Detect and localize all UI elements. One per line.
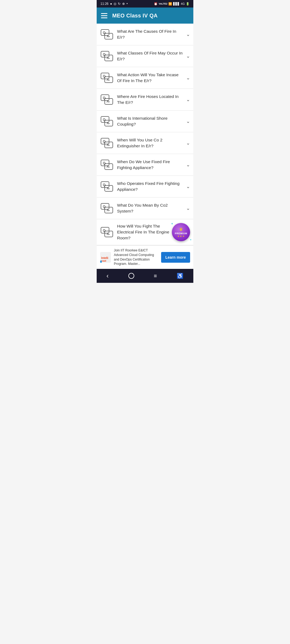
person-icon: ♿	[177, 273, 183, 279]
question-text-10: How Will You Fight The Electrical Fire I…	[117, 223, 170, 241]
question-list: Q ✦ A ✦ What Are The Causes Of Fire In E…	[97, 24, 193, 245]
4g-icon: 4G	[181, 2, 185, 5]
svg-text:✦: ✦	[108, 123, 110, 125]
svg-text:✦: ✦	[108, 57, 110, 59]
qa-icon-6: Q ✦ A ✦	[100, 136, 114, 150]
question-text-3: What Action Will You Take Incase Of Fire…	[117, 72, 184, 83]
premium-label: PREMIUM	[175, 232, 187, 235]
svg-text:✦: ✦	[108, 188, 110, 190]
signal-icon: ▋▋▋	[173, 2, 180, 6]
home-icon	[128, 273, 134, 279]
svg-text:✦: ✦	[108, 233, 110, 235]
question-item-1[interactable]: Q ✦ A ✦ What Are The Causes Of Fire In E…	[97, 24, 193, 45]
svg-text:Intelli: Intelli	[101, 257, 108, 259]
sparkle-icon-tl: ✦	[171, 222, 173, 226]
page-title: MEO Class IV QA	[112, 13, 158, 19]
back-icon: ‹	[107, 272, 109, 280]
ad-text: Join IIT Roorkee E&ICT Advanced Cloud Co…	[114, 248, 158, 266]
qa-icon-7: Q ✦ A ✦	[100, 158, 114, 172]
question-text-7: When Do We Use Fixed Fire Fighting Appli…	[117, 159, 184, 170]
qa-icon-4: Q ✦ A ✦	[100, 93, 114, 107]
svg-text:✦: ✦	[108, 210, 110, 211]
chevron-icon-4: ⌄	[186, 97, 190, 103]
sparkle-icon-br: ✦	[190, 238, 192, 241]
alarm-icon: ⏰	[154, 2, 158, 6]
home-button[interactable]	[123, 272, 140, 280]
battery-icon: 🔋	[186, 2, 190, 6]
lte-icon: VoLTE2	[159, 2, 167, 5]
question-text-1: What Are The Causes Of Fire In E/r?	[117, 28, 184, 40]
menu-nav-button[interactable]: ≡	[148, 272, 163, 280]
crown-icon: ♛	[179, 227, 183, 232]
question-item-6[interactable]: Q ✦ A ✦ When Will You Use Co 2 Extinguis…	[97, 132, 193, 154]
chevron-icon-3: ⌄	[186, 75, 190, 81]
message-icon: ●	[110, 2, 112, 6]
chevron-icon-1: ⌄	[186, 31, 190, 37]
intellipaat-logo: Intelli paat	[100, 252, 111, 263]
chevron-icon-6: ⌄	[186, 140, 190, 146]
question-item-5[interactable]: Q ✦ A ✦ What Is International Shore Coup…	[97, 111, 193, 132]
status-right: ⏰ VoLTE2 🛜 ▋▋▋ 4G 🔋	[154, 2, 190, 6]
question-text-8: Who Operates Fixed Fire Fighting Applian…	[117, 181, 184, 192]
question-item-8[interactable]: Q ✦ A ✦ Who Operates Fixed Fire Fighting…	[97, 176, 193, 197]
menu-button[interactable]	[101, 13, 107, 18]
question-item-7[interactable]: Q ✦ A ✦ When Do We Use Fixed Fire Fighti…	[97, 154, 193, 176]
ad-banner: Intelli paat Join IIT Roorkee E&ICT Adva…	[97, 245, 193, 269]
whatsapp-icon: ◎	[114, 2, 116, 6]
back-button[interactable]: ‹	[101, 271, 114, 281]
question-text-6: When Will You Use Co 2 Extinguisher In E…	[117, 137, 184, 149]
chevron-icon-2: ⌄	[186, 53, 190, 59]
vpn-icon: ⊕	[122, 2, 125, 6]
chevron-icon-8: ⌄	[186, 184, 190, 189]
accessibility-button[interactable]: ♿	[171, 272, 189, 280]
wifi-icon: 🛜	[168, 2, 172, 6]
question-text-4: Where Are Fire Hoses Located In The E/r?	[117, 94, 184, 105]
dot-icon: •	[126, 2, 128, 6]
sync-icon: ↻	[118, 2, 121, 6]
status-left: 11:26 ● ◎ ↻ ⊕ •	[100, 2, 128, 6]
qa-icon-2: Q ✦ A ✦	[100, 49, 114, 63]
question-item-10[interactable]: Q ✦ A ✦ How Will You Fight The Electrica…	[97, 219, 193, 245]
premium-stars: ★ ★ ★	[177, 235, 184, 237]
question-item-2[interactable]: Q ✦ A ✦ What Classes Of Fire May Occur I…	[97, 45, 193, 67]
question-item-9[interactable]: Q ✦ A ✦ What Do You Mean By Co2 System? …	[97, 197, 193, 219]
qa-icon-10: Q ✦ A ✦	[100, 225, 114, 239]
svg-text:✦: ✦	[108, 36, 110, 38]
question-item-4[interactable]: Q ✦ A ✦ Where Are Fire Hoses Located In …	[97, 89, 193, 111]
qa-icon-3: Q ✦ A ✦	[100, 71, 114, 85]
qa-icon-8: Q ✦ A ✦	[100, 180, 114, 193]
learn-more-button[interactable]: Learn more	[161, 252, 190, 263]
svg-text:paat: paat	[101, 259, 106, 262]
bottom-navigation: ‹ ≡ ♿	[97, 269, 193, 283]
chevron-icon-7: ⌄	[186, 162, 190, 168]
question-text-2: What Classes Of Fire May Occur In E/r?	[117, 50, 184, 62]
svg-rect-63	[100, 261, 102, 263]
qa-icon-5: Q ✦ A ✦	[100, 114, 114, 128]
menu-nav-icon: ≡	[154, 273, 157, 279]
time: 11:26	[100, 2, 108, 6]
qa-icon-9: Q ✦ A ✦	[100, 201, 114, 215]
svg-text:✦: ✦	[108, 79, 110, 81]
chevron-icon-5: ⌄	[186, 118, 190, 124]
svg-text:✦: ✦	[108, 144, 110, 146]
question-text-9: What Do You Mean By Co2 System?	[117, 202, 184, 214]
premium-badge: ✦ ♛ PREMIUM ★ ★ ★ ✦	[172, 223, 190, 241]
chevron-icon-9: ⌄	[186, 205, 190, 211]
app-header: MEO Class IV QA	[97, 8, 193, 24]
qa-icon-1: Q ✦ A ✦	[100, 27, 114, 41]
status-bar: 11:26 ● ◎ ↻ ⊕ • ⏰ VoLTE2 🛜 ▋▋▋ 4G 🔋	[97, 0, 193, 8]
question-item-3[interactable]: Q ✦ A ✦ What Action Will You Take Incase…	[97, 67, 193, 89]
svg-text:✦: ✦	[108, 166, 110, 168]
question-text-5: What Is International Shore Coupling?	[117, 115, 184, 127]
svg-text:✦: ✦	[108, 101, 110, 103]
